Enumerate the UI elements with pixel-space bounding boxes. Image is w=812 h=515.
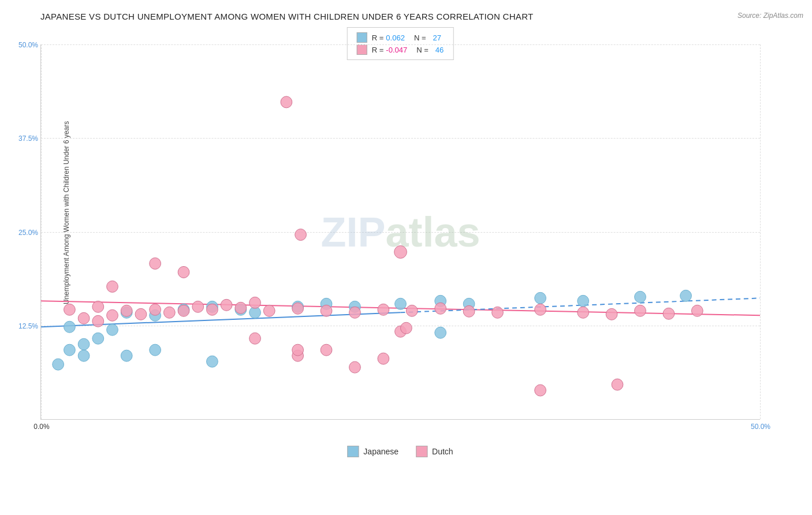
svg-point-57 <box>635 305 646 316</box>
svg-point-42 <box>221 299 232 311</box>
svg-point-22 <box>635 291 646 303</box>
svg-point-59 <box>691 305 703 316</box>
svg-point-32 <box>92 315 104 327</box>
bottom-legend: Japanese Dutch <box>347 446 453 457</box>
svg-point-26 <box>150 344 161 356</box>
svg-point-36 <box>135 308 147 320</box>
svg-point-46 <box>292 303 304 314</box>
svg-point-67 <box>349 361 361 373</box>
svg-point-31 <box>78 312 90 324</box>
svg-point-17 <box>395 298 407 309</box>
svg-point-73 <box>535 385 546 396</box>
legend-item-japanese: Japanese <box>347 446 398 457</box>
japanese-n-value: 27 <box>433 33 441 42</box>
y-label-50: 50.0% <box>18 41 38 49</box>
svg-point-6 <box>64 321 76 333</box>
chart-container: JAPANESE VS DUTCH UNEMPLOYMENT AMONG WOM… <box>0 0 812 515</box>
japanese-n-label: N = <box>414 33 426 42</box>
svg-point-4 <box>78 338 90 350</box>
svg-point-41 <box>207 304 218 315</box>
svg-point-38 <box>163 307 175 318</box>
svg-point-44 <box>249 297 261 308</box>
japanese-bottom-swatch <box>347 446 359 457</box>
svg-point-47 <box>321 305 332 316</box>
svg-point-64 <box>249 333 261 344</box>
svg-point-27 <box>435 327 446 338</box>
plot-area: 50.0% 37.5% 25.0% 12.5% 0.0% 50.0% ZIPat… <box>40 44 760 420</box>
x-label-50: 50.0% <box>751 423 770 431</box>
svg-point-35 <box>121 305 132 316</box>
japanese-swatch <box>357 32 367 43</box>
svg-point-20 <box>535 292 546 304</box>
svg-point-43 <box>235 302 247 314</box>
svg-point-29 <box>53 359 64 370</box>
svg-point-25 <box>121 350 132 361</box>
chart-area: Unemployment Among Women with Children U… <box>40 27 760 466</box>
svg-point-72 <box>612 379 623 390</box>
japanese-label: Japanese <box>363 447 398 456</box>
japanese-r-label: R = <box>372 33 384 42</box>
legend-item-dutch: Dutch <box>416 446 453 457</box>
svg-point-74 <box>394 245 407 258</box>
x-label-0: 0.0% <box>33 423 49 431</box>
svg-point-5 <box>92 333 104 344</box>
svg-point-33 <box>92 301 104 312</box>
svg-point-52 <box>463 305 475 317</box>
y-label-25: 25.0% <box>18 229 38 237</box>
svg-point-37 <box>150 304 161 315</box>
svg-point-60 <box>281 96 292 108</box>
svg-point-34 <box>107 309 118 321</box>
chart-title: JAPANESE VS DUTCH UNEMPLOYMENT AMONG WOM… <box>40 12 806 21</box>
svg-point-53 <box>492 307 504 318</box>
svg-point-50 <box>406 305 418 316</box>
svg-point-55 <box>578 307 589 318</box>
svg-point-68 <box>378 353 389 364</box>
svg-point-24 <box>78 350 90 361</box>
svg-point-70 <box>292 344 304 356</box>
svg-point-28 <box>207 356 218 367</box>
svg-point-3 <box>64 344 76 356</box>
svg-point-23 <box>680 290 692 301</box>
svg-point-48 <box>349 307 361 318</box>
svg-point-45 <box>263 305 275 316</box>
svg-point-54 <box>535 304 546 315</box>
svg-point-7 <box>107 324 118 335</box>
grid-v-50: 50.0% <box>760 44 761 419</box>
y-label-125: 12.5% <box>18 322 38 330</box>
dutch-label: Dutch <box>432 447 453 456</box>
svg-point-56 <box>606 308 617 320</box>
y-label-375: 37.5% <box>18 135 38 143</box>
svg-point-51 <box>435 303 446 314</box>
source-label: Source: ZipAtlas.com <box>737 12 803 20</box>
svg-point-71 <box>401 322 412 334</box>
svg-point-49 <box>378 304 389 315</box>
dutch-bottom-swatch <box>416 446 427 457</box>
svg-point-58 <box>663 308 675 319</box>
scatter-svg <box>41 44 760 419</box>
svg-point-66 <box>321 344 332 356</box>
svg-point-30 <box>64 304 76 315</box>
japanese-r-value: 0.062 <box>386 33 405 42</box>
svg-point-39 <box>178 305 189 316</box>
svg-point-75 <box>295 229 307 241</box>
svg-point-63 <box>178 266 189 278</box>
svg-point-21 <box>578 295 589 307</box>
svg-point-62 <box>150 258 161 269</box>
legend-row-japanese: R = 0.062 N = 27 <box>357 32 444 43</box>
svg-point-61 <box>107 281 118 292</box>
svg-point-40 <box>192 301 204 312</box>
